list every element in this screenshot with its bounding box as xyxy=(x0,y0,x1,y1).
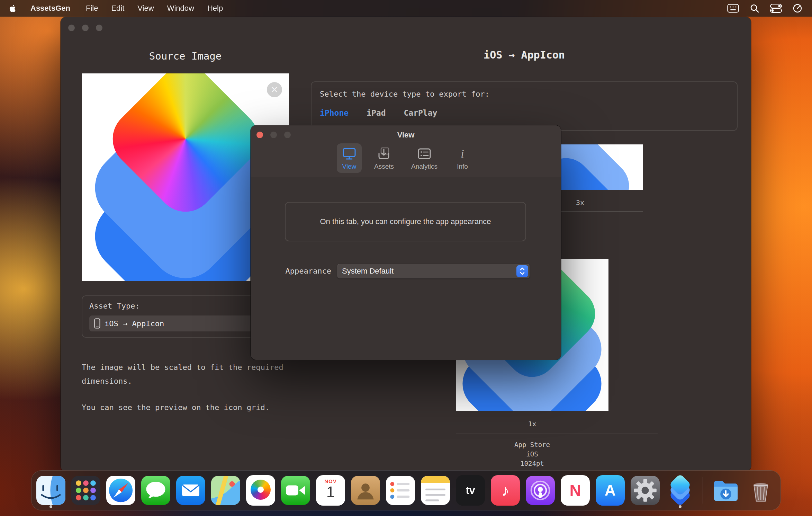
dock-item-assetsgen[interactable] xyxy=(666,475,695,506)
dock-item-launchpad[interactable] xyxy=(71,475,100,506)
preview-caption: App Store iOS 1024pt xyxy=(456,440,608,468)
zoom-button[interactable] xyxy=(284,132,291,138)
menu-bar-status xyxy=(727,3,804,14)
iphone-icon xyxy=(94,318,100,329)
downloads-folder-icon xyxy=(711,476,740,505)
menu-bar: AssetsGen File Edit View Window Help xyxy=(0,0,812,17)
popup-stepper-icon xyxy=(516,265,528,277)
contacts-icon xyxy=(351,476,380,505)
menu-window[interactable]: Window xyxy=(161,4,201,13)
device-type-panel: Select the device type to export for: iP… xyxy=(311,81,738,131)
toolbar-tab-analytics[interactable]: Analytics xyxy=(406,143,442,173)
dock-item-safari[interactable] xyxy=(106,475,135,506)
music-note-glyph: ♪ xyxy=(502,481,509,500)
zoom-button[interactable] xyxy=(96,25,102,31)
asset-type-value: iOS → AppIcon xyxy=(105,319,164,328)
close-button[interactable] xyxy=(256,132,263,138)
export-title: iOS → AppIcon xyxy=(311,49,738,61)
messages-icon xyxy=(141,476,170,505)
dock-item-podcasts[interactable] xyxy=(526,475,555,506)
launchpad-icon xyxy=(71,476,100,505)
note-preview: You can see the preview on the icon grid… xyxy=(82,401,303,415)
dock-item-photos[interactable] xyxy=(246,475,275,506)
info-icon: i xyxy=(461,146,464,161)
dock-item-reminders[interactable] xyxy=(386,475,415,506)
assetsgen-icon xyxy=(666,476,695,505)
toolbar-tab-label: Analytics xyxy=(411,163,437,170)
view-settings-window: View View Assets xyxy=(251,125,561,360)
podcasts-icon xyxy=(526,476,555,505)
safari-icon xyxy=(106,476,135,505)
maps-icon xyxy=(211,476,240,505)
control-center-icon[interactable] xyxy=(770,3,782,14)
dock: NOV 1 tv ♪ xyxy=(31,470,781,510)
menu-file[interactable]: File xyxy=(79,4,105,13)
display-icon xyxy=(342,146,357,161)
source-image-title: Source Image xyxy=(82,50,289,62)
dock-item-facetime[interactable] xyxy=(281,475,310,506)
caption-app-store: App Store xyxy=(456,440,608,450)
mail-icon xyxy=(176,476,205,505)
asset-type-label: Asset Type: xyxy=(89,302,140,310)
appearance-popup[interactable]: System Default xyxy=(337,264,530,278)
apple-icon xyxy=(8,4,17,13)
dock-item-mail[interactable] xyxy=(176,475,205,506)
settings-title: View xyxy=(251,131,561,140)
close-button[interactable] xyxy=(68,25,75,31)
facetime-icon xyxy=(281,476,310,505)
caption-size: 1024pt xyxy=(456,459,608,468)
appearance-label: Appearance xyxy=(251,267,331,275)
toolbar-tab-label: Info xyxy=(457,163,468,170)
dock-item-contacts[interactable] xyxy=(351,475,380,506)
remove-image-button[interactable]: ✕ xyxy=(267,82,282,97)
dock-item-app-store[interactable]: A xyxy=(596,475,625,506)
dock-item-maps[interactable] xyxy=(211,475,240,506)
music-icon: ♪ xyxy=(491,475,520,506)
gauge-icon[interactable] xyxy=(791,3,804,14)
spotlight-search-icon[interactable] xyxy=(748,3,761,14)
reminders-icon xyxy=(386,476,415,505)
dock-item-music[interactable]: ♪ xyxy=(491,475,520,506)
system-settings-icon xyxy=(631,476,660,505)
window-controls xyxy=(256,132,291,138)
dock-item-trash[interactable] xyxy=(746,475,775,506)
tab-carplay[interactable]: CarPlay xyxy=(404,108,437,117)
dock-item-notes[interactable] xyxy=(421,475,450,506)
news-glyph: N xyxy=(569,481,581,500)
tab-iphone[interactable]: iPhone xyxy=(320,108,349,117)
toolbar-tab-info[interactable]: i Info xyxy=(450,143,475,173)
dock-item-calendar[interactable]: NOV 1 xyxy=(316,475,345,506)
minimize-button[interactable] xyxy=(82,25,89,31)
toolbar-tab-label: Assets xyxy=(374,163,394,170)
toolbar-tab-assets[interactable]: Assets xyxy=(369,143,399,173)
note-scaling: The image will be scaled to fit the requ… xyxy=(82,361,303,388)
menu-view[interactable]: View xyxy=(131,4,160,13)
apple-menu[interactable] xyxy=(8,4,17,13)
device-type-prompt: Select the device type to export for: xyxy=(320,90,489,98)
toolbar-tab-view[interactable]: View xyxy=(337,143,362,173)
dock-item-finder[interactable] xyxy=(36,475,65,506)
device-type-tabs: iPhone iPad CarPlay xyxy=(320,108,437,117)
dock-item-messages[interactable] xyxy=(141,475,170,506)
menu-edit[interactable]: Edit xyxy=(105,4,131,13)
desktop: AssetsGen File Edit View Window Help xyxy=(0,0,812,516)
menu-app-name[interactable]: AssetsGen xyxy=(26,4,74,13)
window-controls xyxy=(68,25,102,31)
notes-icon xyxy=(421,476,450,505)
photos-icon xyxy=(246,475,275,506)
menu-help[interactable]: Help xyxy=(201,4,229,13)
dock-separator xyxy=(703,477,703,504)
dock-item-tv[interactable]: tv xyxy=(456,475,485,506)
tab-description: On this tab, you can configure the app a… xyxy=(320,217,491,226)
tab-ipad[interactable]: iPad xyxy=(367,108,386,117)
caption-ios: iOS xyxy=(456,450,608,459)
appearance-value: System Default xyxy=(342,267,394,276)
dock-item-downloads-folder[interactable] xyxy=(711,475,740,506)
dock-item-system-settings[interactable] xyxy=(631,475,660,506)
divider xyxy=(456,434,658,434)
download-tray-icon xyxy=(376,146,391,161)
input-menu-icon[interactable] xyxy=(727,3,739,14)
minimize-button[interactable] xyxy=(270,132,277,138)
dock-item-news[interactable]: N xyxy=(561,475,590,506)
settings-toolbar: View Assets Analytics i Info xyxy=(251,143,561,173)
